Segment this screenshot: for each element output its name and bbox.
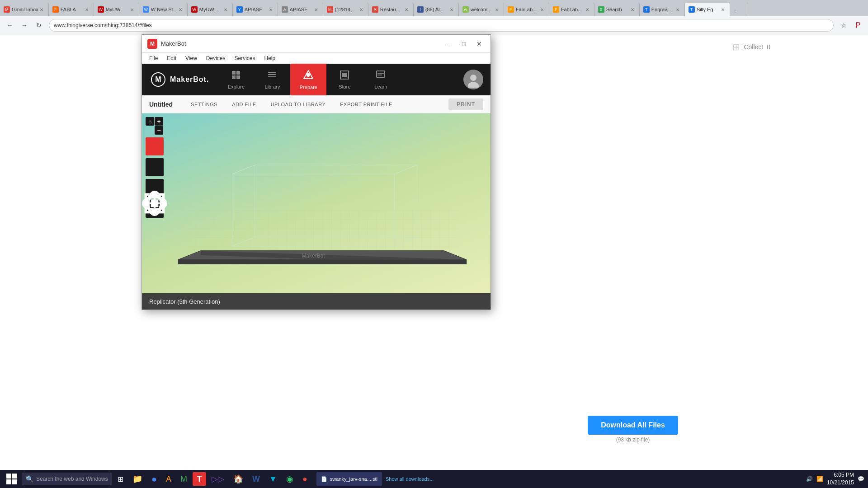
start-button[interactable] — [4, 472, 20, 486]
menu-services[interactable]: Services — [231, 54, 259, 62]
menu-view[interactable]: View — [182, 54, 201, 62]
tab-close-gmail2[interactable]: ✕ — [358, 6, 364, 13]
tab-label-silly: Silly Eg — [697, 7, 713, 12]
viewport-3d[interactable]: ⌂ + − — [142, 113, 491, 293]
user-avatar[interactable] — [463, 70, 483, 89]
window-controls: − □ ✕ — [443, 38, 485, 50]
tab-favicon-apiasf2: A — [282, 6, 288, 13]
tab-close-gmail[interactable]: ✕ — [38, 6, 45, 13]
network-icon[interactable]: 📶 — [816, 476, 823, 482]
export-print-file-button[interactable]: EXPORT PRINT FILE — [336, 100, 396, 109]
library-label: Library — [265, 84, 280, 89]
tab-close-apiasf2[interactable]: ✕ — [313, 6, 319, 13]
tab-close-al[interactable]: ✕ — [448, 6, 455, 13]
tab-close-apiasf1[interactable]: ✕ — [268, 6, 274, 13]
tab-apiasf1[interactable]: Y APIASF ✕ — [233, 3, 278, 16]
minimize-button[interactable]: − — [443, 38, 454, 50]
refresh-button[interactable]: ↻ — [33, 19, 45, 32]
prepare-icon — [303, 70, 314, 83]
red-circle-button[interactable]: ● — [299, 472, 311, 486]
notification-icon[interactable]: 💬 — [858, 476, 864, 482]
tab-close-new[interactable]: ✕ — [177, 6, 184, 13]
maximize-button[interactable]: □ — [458, 38, 470, 50]
sound-icon[interactable]: 🔊 — [806, 476, 813, 482]
tab-close-welcome[interactable]: ✕ — [494, 6, 500, 13]
tab-fablab1[interactable]: F FabLab... ✕ — [504, 3, 549, 16]
print-button[interactable]: PRINT — [448, 99, 483, 110]
back-button[interactable]: ← — [4, 19, 16, 32]
explore-button[interactable]: Explore — [218, 64, 254, 95]
tab-fablab2[interactable]: F FabLab... ✕ — [549, 3, 594, 16]
library-button[interactable]: Library — [254, 64, 290, 95]
arrow-button[interactable]: ▼ — [265, 472, 281, 486]
green-app-button[interactable]: ◉ — [283, 472, 297, 486]
chrome-button[interactable]: ● — [148, 472, 160, 486]
menu-file[interactable]: File — [146, 54, 161, 62]
forward-button[interactable]: → — [18, 19, 31, 32]
pinterest-button[interactable]: P — [852, 19, 864, 32]
tab-welcome[interactable]: w welcom... ✕ — [459, 3, 504, 16]
tab-gmail2[interactable]: M (12814... ✕ — [323, 3, 368, 16]
tab-close-restau[interactable]: ✕ — [403, 6, 410, 13]
amazon-button[interactable]: A — [162, 472, 175, 486]
svg-marker-25 — [178, 260, 467, 264]
maps-button[interactable]: M — [177, 472, 191, 486]
tab-silly[interactable]: T Silly Eg ✕ — [685, 3, 730, 16]
taskbar-clock: 6:05 PM 10/21/2015 — [827, 471, 854, 487]
tab-close-fablab1[interactable]: ✕ — [539, 6, 545, 13]
tab-close-fablab2[interactable]: ✕ — [584, 6, 590, 13]
tab-apiasf2[interactable]: A APIASF ✕ — [278, 3, 323, 16]
task-view-button[interactable]: ⊞ — [114, 472, 127, 486]
settings-button[interactable]: SETTINGS — [187, 100, 221, 109]
tab-myuw1[interactable]: W MyUW ✕ — [94, 3, 139, 16]
learn-button[interactable]: Learn — [363, 64, 399, 95]
download-item[interactable]: 📄 swanky_jarv-sna....stl — [316, 472, 382, 486]
menu-devices[interactable]: Devices — [203, 54, 229, 62]
collect-label[interactable]: Collect — [744, 43, 763, 51]
tab-label-engrav: Engrav... — [651, 7, 671, 12]
svg-rect-11 — [377, 71, 385, 77]
tab-myuw2[interactable]: W MyUW... ✕ — [188, 3, 233, 16]
printer-status: Replicator (5th Generation) — [149, 298, 220, 305]
store-button[interactable]: Store — [326, 64, 363, 95]
file-explorer-button[interactable]: 📁 — [129, 472, 146, 486]
add-file-button[interactable]: ADD FILE — [228, 100, 260, 109]
scale-button[interactable] — [146, 200, 164, 218]
tab-close-silly[interactable]: ✕ — [720, 6, 726, 13]
tab-favicon-welcome: w — [462, 6, 469, 13]
upload-to-library-button[interactable]: UPLOAD TO LIBRARY — [267, 100, 330, 109]
tab-close-myuw1[interactable]: ✕ — [129, 6, 135, 13]
t-button[interactable]: T — [193, 472, 206, 486]
tab-gmail[interactable]: M Gmail Inbox ✕ — [0, 3, 49, 16]
menu-help[interactable]: Help — [261, 54, 279, 62]
prepare-button[interactable]: Prepare — [290, 64, 326, 95]
tab-more[interactable]: ... — [730, 3, 748, 16]
viewport-watermark: MakerBot — [302, 253, 325, 259]
tab-close-search[interactable]: ✕ — [629, 6, 636, 13]
close-button[interactable]: ✕ — [473, 38, 485, 50]
tab-close-fabla[interactable]: ✕ — [84, 6, 90, 13]
svg-point-8 — [307, 73, 310, 77]
tab-close-engrav[interactable]: ✕ — [675, 6, 681, 13]
show-all-downloads[interactable]: Show all downloads... — [386, 476, 434, 482]
menu-edit[interactable]: Edit — [163, 54, 180, 62]
tab-al[interactable]: f (86) Al... ✕ — [414, 3, 459, 16]
bookmark-button[interactable]: ☆ — [837, 19, 850, 32]
tab-fabla[interactable]: F FABLA ✕ — [49, 3, 94, 16]
taskbar-search-text: Search the web and Windows — [36, 476, 108, 482]
tab-search[interactable]: S Search ✕ — [594, 3, 640, 16]
download-all-button[interactable]: Download All Files — [588, 416, 678, 435]
vs-button[interactable]: ▷▷ — [208, 472, 228, 486]
tab-engrav[interactable]: T Engrav... ✕ — [640, 3, 685, 16]
word-button[interactable]: W — [249, 472, 264, 486]
tab-close-myuw2[interactable]: ✕ — [222, 6, 229, 13]
makerbot-window: M MakerBot − □ ✕ File Edit View Devices … — [142, 34, 491, 310]
search-icon: 🔍 — [26, 475, 33, 483]
svg-rect-0 — [232, 71, 236, 75]
tab-label-myuw2: MyUW... — [199, 7, 218, 12]
home-app-button[interactable]: 🏠 — [230, 472, 247, 486]
address-bar[interactable]: www.thingiverse.com/thing:738514/#files — [49, 19, 834, 32]
tab-new[interactable]: W W New St... ✕ — [139, 3, 188, 16]
tab-restau[interactable]: R Restau... ✕ — [368, 3, 414, 16]
taskbar-search[interactable]: 🔍 Search the web and Windows — [22, 473, 112, 485]
